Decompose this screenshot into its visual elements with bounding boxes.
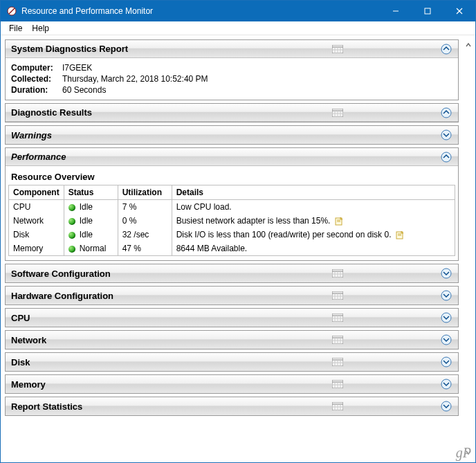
kv-value: I7GEEK xyxy=(62,63,92,73)
window-title: Resource and Performance Monitor xyxy=(21,6,380,16)
status-orb-icon xyxy=(68,246,75,253)
expand-icon[interactable] xyxy=(440,267,452,280)
kv-value: 60 Seconds xyxy=(62,85,106,95)
svg-point-69 xyxy=(441,379,451,389)
note-icon[interactable] xyxy=(335,217,343,226)
kv-key: Computer: xyxy=(11,63,62,73)
calendar-icon[interactable] xyxy=(332,291,343,300)
cell-details: Disk I/O is less than 100 (read/write) p… xyxy=(172,228,455,242)
section-performance: Performance Resource Overview Component … xyxy=(5,147,459,261)
section-title: Software Configuration xyxy=(11,269,332,279)
menu-file[interactable]: File xyxy=(5,23,26,34)
collapse-icon[interactable] xyxy=(440,107,452,119)
table-row: MemoryNormal47 %8644 MB Available. xyxy=(9,242,455,256)
col-status[interactable]: Status xyxy=(64,185,118,200)
cell-utilization: 0 % xyxy=(118,214,172,228)
svg-point-62 xyxy=(441,357,451,367)
section-header-cpu[interactable]: CPU xyxy=(6,309,458,327)
scroll-track[interactable] xyxy=(463,51,474,447)
cell-details: Low CPU load. xyxy=(172,200,455,215)
section-header-diagnostic-results[interactable]: Diagnostic Results xyxy=(6,104,458,122)
svg-point-19 xyxy=(441,108,451,118)
svg-point-21 xyxy=(441,152,451,162)
calendar-icon[interactable] xyxy=(332,314,343,322)
section-system-diagnostics: System Diagnostics Report Computer: I7GE… xyxy=(5,39,459,100)
svg-point-12 xyxy=(441,44,451,54)
svg-rect-3 xyxy=(425,8,430,14)
table-row: CPUIdle7 %Low CPU load. xyxy=(9,200,455,215)
section-header-system-diagnostics[interactable]: System Diagnostics Report xyxy=(6,40,458,58)
section-header-memory[interactable]: Memory xyxy=(6,375,458,393)
calendar-icon[interactable] xyxy=(332,45,343,53)
section-header-report-statistics[interactable]: Report Statistics xyxy=(6,397,458,415)
menu-help[interactable]: Help xyxy=(28,23,53,34)
maximize-button[interactable] xyxy=(412,1,443,21)
table-row: DiskIdle32 /secDisk I/O is less than 100… xyxy=(9,228,455,242)
expand-icon[interactable] xyxy=(440,129,452,141)
minimize-button[interactable] xyxy=(380,1,412,21)
cell-utilization: 32 /sec xyxy=(118,228,172,242)
section-header-disk[interactable]: Disk xyxy=(6,353,458,371)
expand-icon[interactable] xyxy=(440,289,452,302)
titlebar: Resource and Performance Monitor xyxy=(1,1,475,21)
collapse-icon[interactable] xyxy=(440,151,452,163)
col-component[interactable]: Component xyxy=(9,185,64,200)
cell-status: Normal xyxy=(64,242,118,256)
section-warnings: Warnings xyxy=(5,125,459,145)
calendar-icon[interactable] xyxy=(332,269,343,278)
calendar-icon[interactable] xyxy=(332,336,343,344)
calendar-icon[interactable] xyxy=(332,402,343,410)
app-icon xyxy=(6,6,17,17)
svg-point-55 xyxy=(441,335,451,345)
section-title: Disk xyxy=(11,357,332,367)
calendar-icon[interactable] xyxy=(332,358,343,366)
section-software-configuration: Software Configuration xyxy=(5,264,459,283)
expand-icon[interactable] xyxy=(440,356,452,368)
table-row: NetworkIdle0 %Busiest network adapter is… xyxy=(9,214,455,228)
section-title: Hardware Configuration xyxy=(11,291,332,301)
svg-point-76 xyxy=(441,401,451,411)
expand-icon[interactable] xyxy=(440,378,452,390)
section-cpu: CPU xyxy=(5,308,459,327)
resource-overview-table: Component Status Utilization Details CPU… xyxy=(8,185,455,256)
section-body-system-diagnostics: Computer: I7GEEK Collected: Thursday, Ma… xyxy=(6,58,458,100)
section-header-warnings[interactable]: Warnings xyxy=(6,126,458,144)
close-button[interactable] xyxy=(443,1,475,21)
expand-icon[interactable] xyxy=(440,334,452,346)
section-network: Network xyxy=(5,330,459,349)
svg-point-41 xyxy=(441,291,451,300)
scroll-up-button[interactable] xyxy=(463,39,474,51)
scroll-down-button[interactable] xyxy=(463,447,474,458)
section-header-software-configuration[interactable]: Software Configuration xyxy=(6,264,458,282)
cell-utilization: 7 % xyxy=(118,200,172,215)
svg-point-34 xyxy=(441,269,451,278)
calendar-icon[interactable] xyxy=(332,109,343,117)
section-hardware-configuration: Hardware Configuration xyxy=(5,286,459,305)
section-body-performance: Resource Overview Component Status Utili… xyxy=(6,166,458,260)
cell-status: Idle xyxy=(64,214,118,228)
kv-computer: Computer: I7GEEK xyxy=(11,62,452,73)
kv-key: Duration: xyxy=(11,85,62,95)
expand-icon[interactable] xyxy=(440,311,452,324)
cell-component: Network xyxy=(9,214,64,228)
section-report-statistics: Report Statistics xyxy=(5,397,459,416)
section-header-hardware-configuration[interactable]: Hardware Configuration xyxy=(6,287,458,305)
collapse-icon[interactable] xyxy=(440,43,452,55)
kv-key: Collected: xyxy=(11,74,62,84)
status-orb-icon xyxy=(68,218,75,225)
section-header-network[interactable]: Network xyxy=(6,331,458,349)
section-header-performance[interactable]: Performance xyxy=(6,148,458,166)
col-utilization[interactable]: Utilization xyxy=(118,185,172,200)
status-orb-icon xyxy=(68,232,75,239)
cell-status: Idle xyxy=(64,228,118,242)
cell-utilization: 47 % xyxy=(118,242,172,256)
section-title: Report Statistics xyxy=(11,401,332,412)
cell-component: Memory xyxy=(9,242,64,256)
section-title: Diagnostic Results xyxy=(11,107,332,118)
section-memory: Memory xyxy=(5,374,459,394)
note-icon[interactable] xyxy=(396,231,404,239)
col-details[interactable]: Details xyxy=(172,185,455,200)
expand-icon[interactable] xyxy=(440,400,452,412)
scrollbar[interactable] xyxy=(463,39,474,458)
calendar-icon[interactable] xyxy=(332,380,343,388)
